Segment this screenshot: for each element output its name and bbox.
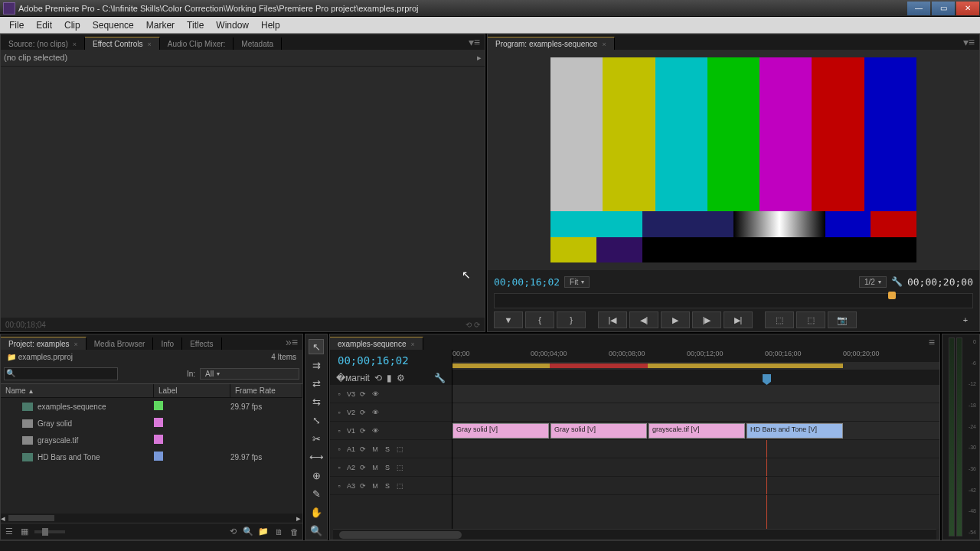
icon-view-icon[interactable]: ▦ <box>19 527 30 537</box>
audio-track-lane[interactable] <box>452 458 939 477</box>
rate-stretch-tool[interactable]: ⤡ <box>309 412 324 428</box>
snap-icon[interactable]: �магнit <box>336 373 370 383</box>
step-back-button[interactable]: ◀| <box>629 311 658 328</box>
tab-source[interactable]: Source: (no clips)× <box>1 37 85 50</box>
voice-over-icon[interactable]: ⬚ <box>395 445 404 453</box>
export-frame-button[interactable]: 📷 <box>828 311 857 328</box>
rolling-edit-tool[interactable]: ⇆ <box>309 394 324 409</box>
timeline-clip[interactable]: grayscale.tif [V] <box>648 423 745 439</box>
voice-over-icon[interactable]: ⬚ <box>395 482 404 490</box>
track-select-tool[interactable]: ⇉ <box>309 357 324 373</box>
close-icon[interactable]: × <box>147 41 151 48</box>
toggle-output[interactable]: 👁 <box>371 409 380 416</box>
program-timecode-left[interactable]: 00;00;16;02 <box>494 276 560 288</box>
search-in-dropdown[interactable]: All <box>200 368 299 380</box>
ripple-edit-tool[interactable]: ⇄ <box>309 376 324 391</box>
menu-sequence[interactable]: Sequence <box>87 18 140 33</box>
time-ruler[interactable]: 00;0000;00;04;0000;00;08;0000;00;12;0000… <box>452 350 939 385</box>
fit-dropdown[interactable]: Fit <box>564 276 590 288</box>
panel-menu-icon[interactable]: ▾≡ <box>464 34 485 50</box>
zoom-dropdown[interactable]: 1/2 <box>859 276 887 288</box>
source-patch[interactable]: ▫ <box>335 390 344 398</box>
step-forward-button[interactable]: |▶ <box>692 311 721 328</box>
list-view-icon[interactable]: ☰ <box>4 527 15 537</box>
tab-effect-controls[interactable]: Effect Controls× <box>85 37 160 50</box>
audio-track-header[interactable]: ▫A1⟳MS⬚ <box>330 440 452 458</box>
pen-tool[interactable]: ✎ <box>309 486 324 501</box>
toggle-sync-lock[interactable]: ⟳ <box>358 445 368 453</box>
audio-track-lane[interactable] <box>452 440 939 458</box>
wrench-icon[interactable]: 🔧 <box>434 373 446 383</box>
maximize-button[interactable]: ▭ <box>932 2 955 15</box>
footer-icons[interactable]: ⟲ ⟳ <box>466 321 480 329</box>
toggle-sync-lock[interactable]: ⟳ <box>358 390 368 398</box>
settings-icon[interactable]: 🔧 <box>891 276 903 287</box>
slide-tool[interactable]: ⊕ <box>309 468 324 483</box>
label-swatch[interactable] <box>154 401 163 410</box>
timeline-scrollbar[interactable] <box>333 529 936 540</box>
tab-metadata[interactable]: Metadata <box>234 37 282 50</box>
audio-track-header[interactable]: ▫A2⟳MS⬚ <box>330 458 452 477</box>
mark-in-button[interactable]: { <box>525 311 554 328</box>
tab-audio-mixer[interactable]: Audio Clip Mixer: <box>160 37 234 50</box>
program-monitor[interactable] <box>488 50 979 270</box>
chevron-right-icon[interactable]: ▸ <box>477 53 482 63</box>
source-patch[interactable]: ▫ <box>335 464 344 471</box>
list-item[interactable]: HD Bars and Tone29.97 fps <box>1 448 302 465</box>
video-track-lane[interactable] <box>452 403 939 422</box>
go-to-in-button[interactable]: |◀ <box>598 311 627 328</box>
go-to-out-button[interactable]: ▶| <box>724 311 753 328</box>
mute-button[interactable]: M <box>371 445 380 453</box>
source-patch[interactable]: ▫ <box>335 445 344 453</box>
list-item[interactable]: Gray solid <box>1 415 302 432</box>
menu-edit[interactable]: Edit <box>30 18 58 33</box>
video-track-header[interactable]: ▫V3⟳👁 <box>330 385 452 403</box>
toggle-sync-lock[interactable]: ⟳ <box>358 482 368 490</box>
source-patch[interactable]: ▫ <box>335 409 344 416</box>
lift-button[interactable]: ⬚ <box>765 311 794 328</box>
tab-info[interactable]: Info <box>153 337 182 350</box>
play-button[interactable]: ▶ <box>661 311 690 328</box>
close-button[interactable]: ✕ <box>956 2 979 15</box>
playhead-marker[interactable] <box>888 292 896 299</box>
zoom-tool[interactable]: 🔍 <box>309 523 324 538</box>
list-item[interactable]: examples-sequence29.97 fps <box>1 398 302 415</box>
timeline-clip[interactable]: Gray solid [V] <box>452 423 549 439</box>
toggle-sync-lock[interactable]: ⟳ <box>358 409 368 416</box>
razor-tool[interactable]: ✂ <box>309 431 324 446</box>
mark-out-button[interactable]: } <box>557 311 586 328</box>
mark-in-button[interactable]: ▼ <box>494 311 523 328</box>
work-area-bar[interactable] <box>452 364 843 368</box>
hand-tool[interactable]: ✋ <box>309 504 324 520</box>
toggle-output[interactable]: 👁 <box>371 427 380 435</box>
source-patch[interactable]: ▫ <box>335 427 344 435</box>
minimize-button[interactable]: — <box>907 2 930 15</box>
settings-icon[interactable]: ⚙ <box>397 373 405 383</box>
video-track-header[interactable]: ▫V1⟳👁 <box>330 422 452 440</box>
tab-program[interactable]: Program: examples-sequence× <box>488 37 615 50</box>
new-item-icon[interactable]: 🗎 <box>273 527 284 537</box>
source-patch[interactable]: ▫ <box>335 482 344 490</box>
automate-icon[interactable]: ⟲ <box>227 527 238 537</box>
slip-tool[interactable]: ⟷ <box>309 449 324 465</box>
selection-tool[interactable]: ↖ <box>309 339 324 354</box>
voice-over-icon[interactable]: ⬚ <box>395 464 404 471</box>
solo-button[interactable]: S <box>383 464 392 471</box>
audio-track-header[interactable]: ▫A3⟳MS⬚ <box>330 477 452 495</box>
close-icon[interactable]: × <box>602 41 606 48</box>
timeline-clip[interactable]: HD Bars and Tone [V] <box>746 423 843 439</box>
search-input[interactable] <box>4 367 118 380</box>
solo-button[interactable]: S <box>383 445 392 453</box>
tab-sequence[interactable]: examples-sequence× <box>330 337 423 350</box>
track-lanes[interactable]: Gray solid [V]Gray solid [V]grayscale.ti… <box>452 385 939 529</box>
menu-clip[interactable]: Clip <box>58 18 87 33</box>
linked-selection-icon[interactable]: ⟲ <box>374 373 382 383</box>
solo-button[interactable]: S <box>383 482 392 490</box>
menu-window[interactable]: Window <box>210 18 255 33</box>
marker-icon[interactable]: ▮ <box>387 373 392 383</box>
find-icon[interactable]: 🔍 <box>243 527 253 537</box>
label-swatch[interactable] <box>154 435 163 444</box>
timeline-timecode[interactable]: 00;00;16;02 <box>330 350 452 371</box>
tab-effects[interactable]: Effects <box>182 337 221 350</box>
col-name[interactable]: Name ▴ <box>1 384 154 397</box>
